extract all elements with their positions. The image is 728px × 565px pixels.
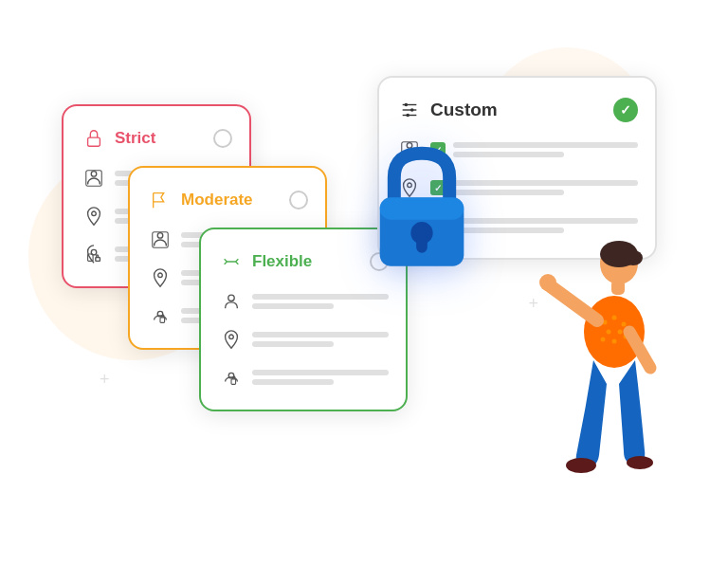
svg-point-33: [624, 250, 643, 265]
svg-point-47: [627, 456, 653, 469]
svg-line-43: [548, 284, 597, 320]
flexible-lines-3: [252, 370, 389, 385]
svg-rect-48: [611, 280, 625, 295]
svg-rect-6: [96, 258, 100, 262]
svg-point-36: [612, 316, 617, 320]
scene: + + Strict: [0, 0, 728, 565]
person-figure: [538, 237, 671, 474]
line: [252, 332, 389, 337]
svg-point-20: [410, 108, 414, 112]
line: [252, 370, 389, 375]
privacy-icon-strict: [81, 241, 107, 267]
person-icon-strict-1: [81, 165, 107, 191]
flexible-lines-2: [252, 332, 389, 347]
person-icon-flexible: [218, 288, 245, 315]
privacy-icon-flexible: [218, 364, 245, 391]
location-icon-strict: [81, 203, 107, 229]
line: [252, 294, 389, 300]
flexible-row-1: [218, 288, 389, 315]
moderate-card-header: Moderate: [147, 187, 308, 213]
big-lock: [360, 142, 483, 279]
line: [252, 341, 334, 347]
svg-point-44: [539, 274, 556, 291]
svg-point-40: [601, 337, 606, 342]
svg-point-9: [158, 273, 163, 278]
lock-icon-strict: [81, 125, 107, 152]
line: [252, 303, 334, 309]
svg-point-21: [406, 114, 410, 118]
privacy-icon-moderate: [147, 302, 173, 329]
svg-rect-15: [231, 379, 236, 385]
svg-rect-11: [160, 318, 165, 323]
plus-decorator-1: +: [100, 370, 110, 390]
custom-check: [613, 98, 638, 122]
svg-point-12: [228, 295, 234, 301]
custom-title: Custom: [430, 100, 498, 120]
line: [252, 379, 334, 385]
svg-point-39: [618, 330, 623, 335]
svg-rect-0: [88, 137, 100, 146]
strict-title: Strict: [115, 129, 155, 148]
svg-point-37: [622, 322, 627, 327]
strict-radio[interactable]: [213, 129, 232, 148]
flexible-row-2: [218, 326, 389, 353]
location-icon-moderate: [147, 264, 173, 291]
svg-point-7: [157, 233, 163, 239]
svg-rect-30: [416, 233, 428, 253]
svg-point-38: [607, 330, 611, 335]
flexible-title: Flexible: [252, 252, 312, 271]
flag-icon-moderate: [147, 187, 173, 213]
strict-card-header: Strict: [81, 125, 232, 152]
moderate-radio[interactable]: [289, 191, 308, 210]
moderate-title: Moderate: [181, 191, 253, 210]
svg-point-1: [91, 172, 97, 177]
arrows-icon-flexible: [218, 248, 245, 275]
svg-point-46: [566, 458, 596, 473]
svg-point-3: [92, 211, 97, 216]
svg-point-13: [229, 335, 234, 339]
flexible-lines-1: [252, 294, 389, 309]
flexible-row-3: [218, 364, 389, 391]
svg-rect-28: [380, 197, 464, 219]
person-icon-moderate-1: [147, 227, 173, 253]
svg-point-41: [612, 339, 617, 344]
svg-point-19: [405, 103, 409, 107]
location-icon-flexible: [218, 326, 245, 353]
plus-decorator-2: +: [528, 294, 538, 314]
sliders-icon-custom: [396, 97, 423, 123]
custom-card-header: Custom: [396, 97, 638, 123]
